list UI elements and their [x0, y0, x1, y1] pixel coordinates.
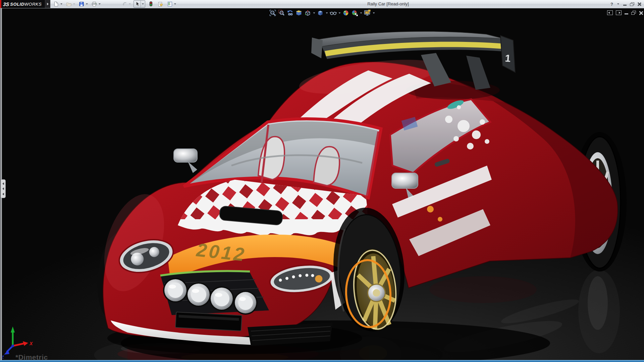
open-document-dropdown[interactable]	[73, 3, 75, 5]
select-tool-group	[133, 0, 145, 8]
help-button[interactable]: ?	[610, 2, 613, 7]
collapse-arrow-icon	[2, 187, 4, 190]
save-button[interactable]	[78, 0, 85, 8]
help-dropdown[interactable]	[617, 3, 619, 5]
bottom-edge-bar	[0, 360, 644, 362]
view-settings-icon	[364, 9, 371, 16]
rebuild-button[interactable]	[147, 0, 155, 8]
open-document-button[interactable]	[65, 0, 72, 8]
new-document-button[interactable]	[52, 0, 60, 8]
collapse-arrow-icon	[2, 193, 4, 195]
print-group	[91, 0, 101, 8]
collapsed-feature-panel-tab[interactable]	[1, 179, 6, 198]
rebuild-group	[147, 0, 155, 8]
open-folder-icon	[66, 1, 72, 7]
window-controls: ?	[610, 0, 641, 8]
display-style-button[interactable]	[316, 9, 325, 17]
solidworks-logo: 3S SOLIDWORKS	[0, 0, 45, 8]
file-properties-group	[157, 0, 164, 8]
solidworks-symbol-icon: 3S	[3, 1, 9, 7]
hide-show-items-dropdown[interactable]	[338, 9, 341, 17]
display-style-icon	[317, 9, 324, 16]
undo-arrow-icon	[122, 1, 127, 7]
dropdown-arrow-icon	[338, 12, 340, 14]
restore-button[interactable]	[630, 2, 634, 6]
view-orientation-icon	[304, 9, 311, 16]
open-document-group	[65, 0, 76, 8]
options-group	[166, 0, 177, 8]
new-document-group	[52, 0, 63, 8]
logo-red-stripe-icon	[0, 0, 1, 8]
previous-view-button[interactable]	[286, 9, 294, 17]
dropdown-arrow-icon	[313, 12, 315, 14]
view-orientation-dropdown[interactable]	[312, 9, 316, 17]
hide-show-items-button[interactable]	[329, 9, 337, 17]
heads-up-view-toolbar	[269, 9, 376, 17]
options-checklist-icon	[167, 1, 173, 7]
pane-left-arrow-icon	[608, 12, 610, 14]
save-group	[78, 0, 89, 8]
edit-appearance-icon	[342, 9, 350, 16]
triad-x-label: X	[29, 341, 33, 346]
brand-name-light: WORKS	[24, 2, 42, 7]
document-title: Rally Car [Read-only]	[367, 0, 409, 8]
options-dropdown[interactable]	[174, 3, 176, 5]
previous-view-icon	[287, 9, 294, 16]
rebuild-traffic-light-icon	[149, 1, 153, 7]
tile-pane-left-button[interactable]	[607, 10, 613, 15]
close-button[interactable]	[637, 2, 641, 6]
zoom-to-fit-button[interactable]	[269, 9, 277, 17]
section-view-icon	[296, 9, 303, 16]
title-bar: 3S SOLIDWORKS	[0, 0, 644, 8]
hide-show-items-icon	[329, 9, 337, 16]
display-style-dropdown[interactable]	[325, 9, 329, 17]
options-button[interactable]	[166, 0, 173, 8]
view-settings-dropdown[interactable]	[372, 9, 376, 17]
select-cursor-icon	[135, 1, 140, 7]
file-properties-button[interactable]	[157, 0, 164, 8]
menu-flyout-arrow[interactable]	[45, 0, 50, 8]
model-viewport[interactable]: 2012	[0, 8, 644, 362]
edit-appearance-button[interactable]	[342, 9, 350, 17]
model-viewport-canvas[interactable]: 2012	[0, 8, 644, 362]
apply-scene-dropdown[interactable]	[359, 9, 363, 17]
apply-scene-button[interactable]	[351, 9, 359, 17]
solidworks-window: 3S SOLIDWORKS	[0, 0, 644, 362]
select-dropdown-arrow-icon	[142, 3, 144, 5]
section-view-button[interactable]	[295, 9, 303, 17]
collapse-arrow-icon	[2, 182, 4, 185]
main-toolbar	[52, 0, 179, 8]
tile-pane-right-button[interactable]	[616, 10, 622, 15]
view-orientation-button[interactable]	[304, 9, 312, 17]
brand-name-bold: SOLID	[10, 2, 24, 7]
license-plate	[175, 312, 242, 331]
select-tool-dropdown[interactable]	[141, 1, 145, 7]
zoom-to-fit-icon	[269, 9, 276, 16]
save-floppy-icon	[79, 1, 84, 7]
flyout-arrow-icon	[47, 3, 49, 5]
brand-name: SOLIDWORKS	[10, 2, 42, 7]
undo-button[interactable]	[121, 0, 128, 8]
new-document-icon	[53, 1, 59, 7]
zoom-to-area-button[interactable]	[277, 9, 286, 17]
minimize-button[interactable]	[623, 5, 627, 6]
dropdown-arrow-icon	[326, 12, 328, 14]
undo-dropdown[interactable]	[129, 3, 131, 5]
new-document-dropdown[interactable]	[60, 3, 62, 5]
view-settings-button[interactable]	[363, 9, 372, 17]
file-properties-icon	[158, 1, 163, 7]
wing-number-text: 1	[505, 52, 511, 64]
select-tool-button[interactable]	[134, 1, 141, 7]
document-minimize-button[interactable]	[625, 13, 628, 14]
undo-group	[121, 0, 131, 8]
print-button[interactable]	[91, 0, 98, 8]
printer-icon	[92, 1, 97, 7]
document-restore-button[interactable]	[631, 11, 636, 15]
save-dropdown[interactable]	[86, 3, 88, 5]
document-close-button[interactable]	[639, 11, 643, 15]
pane-right-arrow-icon	[619, 12, 621, 14]
dropdown-arrow-icon	[373, 12, 375, 14]
zoom-to-area-icon	[278, 9, 285, 16]
print-dropdown[interactable]	[99, 3, 101, 5]
dropdown-arrow-icon	[360, 12, 362, 14]
